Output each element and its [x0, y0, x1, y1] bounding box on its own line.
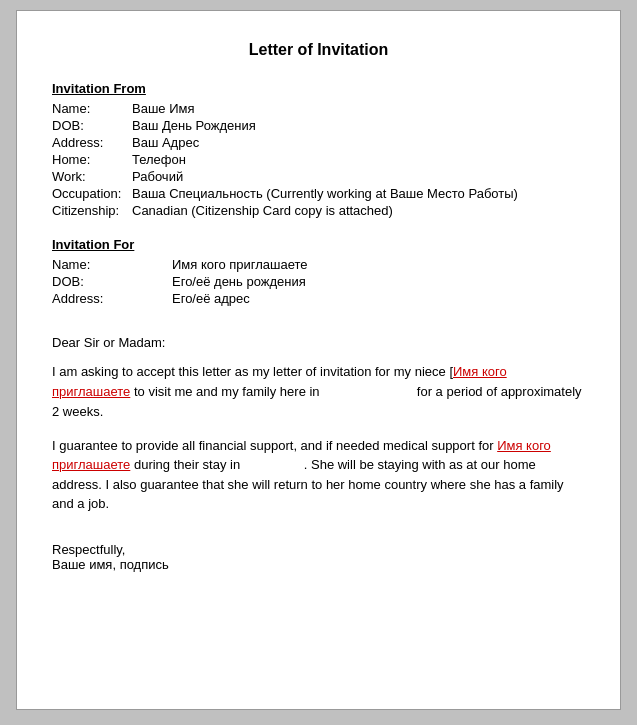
document-title: Letter of Invitation: [52, 41, 585, 59]
paragraph-1: I am asking to accept this letter as my …: [52, 362, 585, 422]
para1-before-link: I am asking to accept this letter as my …: [52, 364, 453, 379]
label-address: Address:: [52, 134, 132, 151]
label-for-name: Name:: [52, 256, 152, 273]
label-for-address: Address:: [52, 290, 152, 307]
invitation-for-table: Name: Имя кого приглашаете DOB: Его/её д…: [52, 256, 308, 307]
salutation: Dear Sir or Madam:: [52, 335, 585, 350]
value-citizenship: Canadian (Citizenship Card copy is attac…: [132, 202, 518, 219]
table-row: Work: Рабочий: [52, 168, 518, 185]
table-row: Name: Ваше Имя: [52, 100, 518, 117]
table-row: Address: Его/её адрес: [52, 290, 308, 307]
label-for-dob: DOB:: [52, 273, 152, 290]
table-row: Home: Телефон: [52, 151, 518, 168]
invitation-for-heading: Invitation For: [52, 237, 585, 252]
paragraph-2: I guarantee to provide all financial sup…: [52, 436, 585, 514]
para2-part1: I guarantee to provide all financial sup…: [52, 438, 497, 453]
label-name: Name:: [52, 100, 132, 117]
signature-block: Respectfully, Ваше имя, подпись: [52, 542, 585, 572]
value-name: Ваше Имя: [132, 100, 518, 117]
table-row: Occupation: Ваша Специальность (Currentl…: [52, 185, 518, 202]
label-dob: DOB:: [52, 117, 132, 134]
value-for-dob: Его/её день рождения: [152, 273, 308, 290]
page-wrapper: Letter of Invitation Invitation From Nam…: [0, 0, 637, 725]
signature-name: Ваше имя, подпись: [52, 557, 585, 572]
table-row: DOB: Его/её день рождения: [52, 273, 308, 290]
table-row: Name: Имя кого приглашаете: [52, 256, 308, 273]
invitation-from-heading: Invitation From: [52, 81, 585, 96]
value-for-name: Имя кого приглашаете: [152, 256, 308, 273]
para1-after-link: to visit me and my family here in for a …: [52, 384, 582, 420]
city-blank-2: [244, 455, 304, 475]
value-for-address: Его/её адрес: [152, 290, 308, 307]
label-home: Home:: [52, 151, 132, 168]
label-occupation: Occupation:: [52, 185, 132, 202]
value-address: Ваш Адрес: [132, 134, 518, 151]
invitation-from-table: Name: Ваше Имя DOB: Ваш День Рождения Ad…: [52, 100, 518, 219]
table-row: DOB: Ваш День Рождения: [52, 117, 518, 134]
closing: Respectfully,: [52, 542, 585, 557]
value-work: Рабочий: [132, 168, 518, 185]
city-blank-1: [323, 382, 413, 403]
value-home: Телефон: [132, 151, 518, 168]
value-dob: Ваш День Рождения: [132, 117, 518, 134]
value-occupation: Ваша Специальность (Currently working at…: [132, 185, 518, 202]
label-work: Work:: [52, 168, 132, 185]
label-citizenship: Citizenship:: [52, 202, 132, 219]
table-row: Citizenship: Canadian (Citizenship Card …: [52, 202, 518, 219]
document: Letter of Invitation Invitation From Nam…: [16, 10, 621, 710]
table-row: Address: Ваш Адрес: [52, 134, 518, 151]
